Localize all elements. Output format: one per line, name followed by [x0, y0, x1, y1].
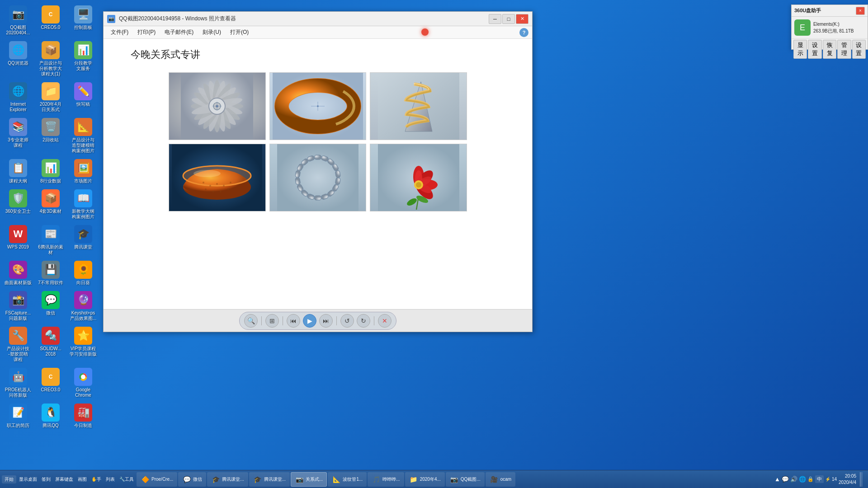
tray-volume-icon[interactable]: 🔊 — [790, 476, 797, 483]
taskbar-app-qqjt[interactable]: 📷 QQ截图... — [446, 472, 485, 487]
desktop-icon-proe-robot[interactable]: 🤖 PROE机器人问答新版 — [3, 366, 33, 400]
desktop-icon-product-design-2[interactable]: 🔧 产品设计技-塑胶层晴课程 — [3, 325, 33, 364]
taskbar-app-proe[interactable]: 🔶 Proe/Cre... — [137, 472, 177, 487]
taskbar-app-guanxi[interactable]: 📷 关系式... — [291, 472, 327, 487]
gear-svg — [181, 73, 253, 140]
desktop-icon-today-make[interactable]: 🏭 今日制造 — [68, 402, 99, 430]
taskbar-ql-hand[interactable]: ✋手 — [90, 475, 103, 483]
tray-msg-icon[interactable]: 💬 — [782, 476, 789, 483]
taskbar-app-year2020[interactable]: 📁 2020年4... — [405, 472, 445, 487]
btn-settings[interactable]: 设置 — [808, 40, 821, 59]
taskbar-ql-normal[interactable]: 列表 — [104, 475, 117, 483]
desktop-icon-rare-software[interactable]: 💾 7不常用软件 — [35, 259, 66, 287]
btn-manage[interactable]: 管理 — [837, 40, 851, 59]
image-cell-flower[interactable] — [370, 144, 467, 211]
image-cell-chain[interactable] — [269, 144, 367, 211]
tray-network-icon[interactable]: 🌐 — [799, 476, 806, 483]
zoom-btn[interactable]: 🔍 — [244, 314, 258, 328]
taskbar-clock[interactable]: 20:05 2020/4/4 — [839, 473, 856, 486]
tray-numbers[interactable]: 14 — [832, 477, 837, 482]
desktop-icon-qqapp[interactable]: 🐧 腾讯QQ — [35, 402, 66, 430]
desktop-icon-surface-material[interactable]: 🎨 曲面素材新版 — [3, 259, 33, 287]
tray-expand-btn[interactable]: ▲ — [774, 476, 780, 483]
taskbar-app-bianxing[interactable]: 📐 波纹管1... — [328, 472, 367, 487]
desktop-icon-sunflower[interactable]: 🌻 向日葵 — [68, 259, 99, 287]
taskbar-app-wechat[interactable]: 💬 微信 — [178, 472, 206, 487]
desktop-icon-modeling[interactable]: 📐 产品设计与造型建模晴构案例图片 — [68, 116, 99, 155]
desktop-icon-tencent-news[interactable]: 📰 6腾讯新的素材 — [35, 223, 66, 257]
desktop-icon-ie[interactable]: 🌐 InternetExplorer — [3, 80, 33, 114]
tray-lang-icon[interactable]: 中 — [815, 475, 824, 483]
desktop-icon-market-pics[interactable]: 🖼️ 市场图片 — [68, 157, 99, 186]
tray-battery-icon[interactable]: ⚡ — [825, 477, 830, 482]
image-cell-spiral[interactable] — [370, 72, 467, 140]
taskbar-ql-draw[interactable]: 画图 — [76, 475, 89, 483]
help-icon[interactable]: ? — [519, 28, 528, 37]
taskbar-ql-desktop[interactable]: 显示桌面 — [17, 475, 39, 483]
sidebar-360-close-btn[interactable]: × — [856, 7, 865, 15]
fit-btn[interactable]: ⊞ — [265, 314, 279, 328]
desktop-icon-split[interactable]: 📊 分段教学文服务 — [68, 39, 99, 79]
desktop-icon-recycle[interactable]: 🗑️ 2回收站 — [35, 116, 66, 155]
desktop-icon-syllabus[interactable]: 📋 课程大纲 — [3, 157, 33, 186]
desktop-icon-qqbrowser[interactable]: 🌐 QQ浏览器 — [3, 39, 33, 79]
btn-more[interactable]: 设置 — [852, 40, 866, 59]
desktop-icon-product-design[interactable]: 📦 产品设计与分析教学大课程大(1) — [35, 39, 66, 79]
desktop-icon-quicksketch[interactable]: ✏️ 快写稿 — [68, 80, 99, 114]
desktop-icon-creo5[interactable]: C CREO5.0 — [35, 4, 66, 38]
menu-file[interactable]: 文件(F) — [107, 27, 132, 38]
desktop-icon-vip[interactable]: ⭐ VIP学员课程学习安排新版 — [68, 325, 99, 364]
taskbar-app-tencent2[interactable]: 🎓 腾讯课堂... — [249, 472, 290, 487]
desktop-icon-wps[interactable]: W WPS 2019 — [3, 223, 33, 257]
desktop-icon-industry-data[interactable]: 📊 8行业数据 — [35, 157, 66, 186]
next-btn[interactable]: ⏭ — [319, 314, 333, 328]
maximize-btn[interactable]: □ — [502, 14, 515, 24]
year2020-app-icon: 📁 — [409, 475, 418, 484]
menu-open[interactable]: 打开(O) — [226, 27, 252, 38]
image-cell-torus[interactable] — [269, 72, 367, 140]
desktop-icon-creo30[interactable]: C CREO3.0 — [35, 366, 66, 400]
image-cell-gear[interactable] — [169, 72, 266, 140]
tray-lock-icon[interactable]: 🔒 — [807, 476, 814, 482]
menu-burn[interactable]: 刻录(U) — [199, 27, 225, 38]
menu-print[interactable]: 打印(P) — [134, 27, 159, 38]
taskbar-start-area[interactable]: 开始 — [2, 475, 16, 483]
rotate-left-btn[interactable]: ↺ — [340, 314, 354, 328]
toolbar-divider-3 — [336, 316, 337, 325]
desktop-icon-chrome[interactable]: GoogleChrome — [68, 366, 99, 400]
btn-show[interactable]: 显示 — [793, 40, 807, 59]
prev-btn[interactable]: ⏮ — [287, 314, 300, 328]
desktop-icon-fscapture[interactable]: 📸 FSCapture...问题新版 — [3, 289, 33, 323]
desktop-icon-resume[interactable]: 📝 职工的简历 — [3, 402, 33, 430]
slide-title: 今晚关系式专讲 — [131, 48, 514, 61]
desktop-icon-wechat[interactable]: 💬 微信 — [35, 289, 66, 323]
btn-restore[interactable]: 恢复 — [823, 40, 836, 59]
desktop-icon-3pro[interactable]: 📚 3专业老师课程 — [3, 116, 33, 155]
taskbar-app-ocam[interactable]: 🎥 ocam — [486, 472, 515, 487]
desktop-icon-360safe[interactable]: 🛡️ 360安全卫士 — [3, 188, 33, 221]
image-cell-bowl[interactable] — [169, 144, 266, 211]
svg-rect-45 — [277, 144, 359, 211]
taskbar-app-tencent1[interactable]: 🎓 腾讯课堂... — [207, 472, 248, 487]
rotate-right-btn[interactable]: ↻ — [357, 314, 370, 328]
desktop-icon-2020april[interactable]: 📁 2020年4月日关系式 — [35, 80, 66, 114]
desktop-icon-qq[interactable]: 📷 QQ截图20200404... — [3, 4, 33, 38]
desktop-icon-keyshot[interactable]: 🔮 Keyshot+ps产品效果图... — [68, 289, 99, 323]
taskbar-ql-tools[interactable]: 🔧工具 — [118, 475, 136, 483]
taskbar-ql-tab[interactable]: 签到 — [40, 475, 52, 483]
desktop-icon-control[interactable]: 🖥️ 控制面板 — [68, 4, 99, 38]
clock-date: 2020/4/4 — [839, 479, 856, 486]
slideshow-btn[interactable]: ▶ — [303, 314, 316, 328]
bianxing-app-label: 波纹管1... — [343, 476, 363, 483]
close-btn[interactable]: ✕ — [516, 14, 528, 24]
menu-email[interactable]: 电子邮件(E) — [161, 27, 197, 38]
desktop-icon-solidworks[interactable]: 🔩 SOLIDW...2018 — [35, 325, 66, 364]
delete-btn[interactable]: ✕ — [378, 314, 392, 328]
desktop-icon-tencent-class-1[interactable]: 🎓 腾讯课堂 — [68, 223, 99, 257]
show-desktop-btn[interactable] — [860, 472, 863, 487]
taskbar-ql-keyboard[interactable]: 屏幕键盘 — [53, 475, 75, 483]
desktop-icon-3d-material[interactable]: 📦 4套3D素材 — [35, 188, 66, 221]
desktop-icon-new-teaching[interactable]: 📖 新教学大纲构案例图片 — [68, 188, 99, 221]
taskbar-app-noise[interactable]: 🎵 哗哗哗... — [368, 472, 404, 487]
minimize-btn[interactable]: ─ — [489, 14, 501, 24]
